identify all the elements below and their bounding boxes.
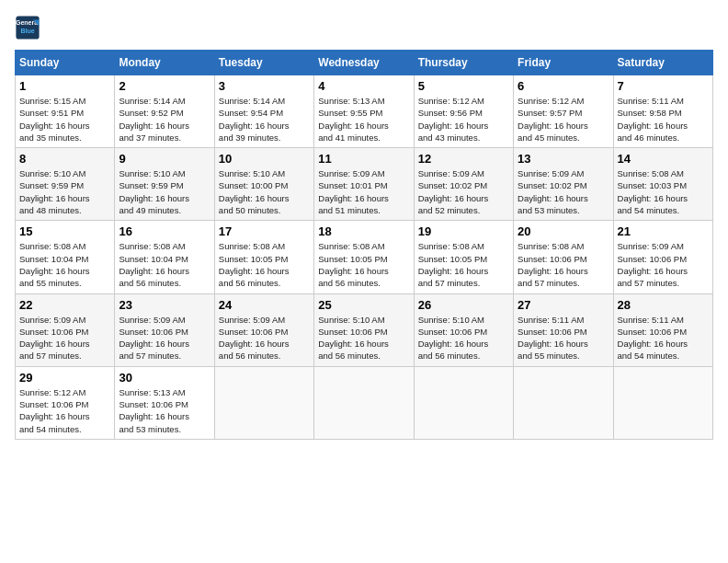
day-info: Sunrise: 5:08 AM Sunset: 10:03 PM Daylig… [618, 167, 709, 216]
calendar-cell: 3Sunrise: 5:14 AM Sunset: 9:54 PM Daylig… [214, 75, 313, 148]
day-info: Sunrise: 5:09 AM Sunset: 10:06 PM Daylig… [618, 240, 709, 289]
day-number: 24 [219, 298, 310, 312]
day-number: 8 [19, 152, 110, 166]
day-info: Sunrise: 5:12 AM Sunset: 9:57 PM Dayligh… [518, 95, 609, 144]
day-info: Sunrise: 5:08 AM Sunset: 10:05 PM Daylig… [418, 240, 509, 289]
calendar-cell: 21Sunrise: 5:09 AM Sunset: 10:06 PM Dayl… [613, 221, 712, 293]
calendar-cell: 23Sunrise: 5:09 AM Sunset: 10:06 PM Dayl… [115, 293, 214, 366]
calendar-cell: 8Sunrise: 5:10 AM Sunset: 9:59 PM Daylig… [16, 148, 115, 221]
day-info: Sunrise: 5:14 AM Sunset: 9:54 PM Dayligh… [219, 95, 310, 144]
calendar-cell: 7Sunrise: 5:11 AM Sunset: 9:58 PM Daylig… [613, 75, 712, 148]
day-info: Sunrise: 5:09 AM Sunset: 10:06 PM Daylig… [19, 314, 110, 362]
day-number: 3 [219, 79, 310, 93]
calendar-cell: 2Sunrise: 5:14 AM Sunset: 9:52 PM Daylig… [115, 75, 214, 148]
day-number: 1 [19, 79, 110, 93]
day-number: 5 [418, 79, 509, 93]
day-info: Sunrise: 5:11 AM Sunset: 10:06 PM Daylig… [618, 314, 709, 362]
day-info: Sunrise: 5:08 AM Sunset: 10:05 PM Daylig… [318, 240, 409, 289]
calendar-cell: 27Sunrise: 5:11 AM Sunset: 10:06 PM Dayl… [514, 293, 613, 366]
calendar-week-row: 22Sunrise: 5:09 AM Sunset: 10:06 PM Dayl… [16, 293, 713, 366]
day-info: Sunrise: 5:08 AM Sunset: 10:06 PM Daylig… [518, 240, 609, 289]
calendar-week-row: 15Sunrise: 5:08 AM Sunset: 10:04 PM Dayl… [16, 221, 713, 293]
logo: General Blue [15, 15, 44, 40]
day-info: Sunrise: 5:09 AM Sunset: 10:02 PM Daylig… [418, 167, 509, 216]
calendar-cell: 9Sunrise: 5:10 AM Sunset: 9:59 PM Daylig… [115, 148, 214, 221]
day-info: Sunrise: 5:13 AM Sunset: 9:55 PM Dayligh… [318, 95, 409, 144]
calendar-cell: 22Sunrise: 5:09 AM Sunset: 10:06 PM Dayl… [16, 293, 115, 366]
day-info: Sunrise: 5:09 AM Sunset: 10:02 PM Daylig… [518, 167, 609, 216]
calendar-cell [514, 366, 613, 439]
day-info: Sunrise: 5:10 AM Sunset: 10:06 PM Daylig… [318, 314, 409, 362]
col-header-saturday: Saturday [613, 51, 712, 75]
day-number: 17 [219, 224, 310, 238]
day-number: 25 [318, 298, 409, 312]
day-info: Sunrise: 5:09 AM Sunset: 10:06 PM Daylig… [119, 314, 210, 362]
calendar-cell: 25Sunrise: 5:10 AM Sunset: 10:06 PM Dayl… [314, 293, 414, 366]
day-info: Sunrise: 5:10 AM Sunset: 9:59 PM Dayligh… [119, 167, 210, 216]
calendar-cell: 10Sunrise: 5:10 AM Sunset: 10:00 PM Dayl… [214, 148, 313, 221]
day-info: Sunrise: 5:08 AM Sunset: 10:05 PM Daylig… [219, 240, 310, 289]
calendar-week-row: 1Sunrise: 5:15 AM Sunset: 9:51 PM Daylig… [16, 75, 713, 148]
day-info: Sunrise: 5:12 AM Sunset: 9:56 PM Dayligh… [418, 95, 509, 144]
day-number: 30 [119, 371, 210, 385]
svg-text:Blue: Blue [20, 28, 34, 34]
page-header: General Blue [15, 15, 713, 40]
calendar-cell: 19Sunrise: 5:08 AM Sunset: 10:05 PM Dayl… [414, 221, 513, 293]
day-info: Sunrise: 5:12 AM Sunset: 10:06 PM Daylig… [19, 386, 110, 435]
col-header-wednesday: Wednesday [314, 51, 414, 75]
calendar-cell [314, 366, 414, 439]
day-number: 14 [618, 152, 709, 166]
day-number: 2 [119, 79, 210, 93]
calendar-table: SundayMondayTuesdayWednesdayThursdayFrid… [15, 50, 713, 440]
day-number: 12 [418, 152, 509, 166]
calendar-cell [414, 366, 513, 439]
day-info: Sunrise: 5:11 AM Sunset: 10:06 PM Daylig… [518, 314, 609, 362]
calendar-cell: 29Sunrise: 5:12 AM Sunset: 10:06 PM Dayl… [16, 366, 115, 439]
calendar-cell: 1Sunrise: 5:15 AM Sunset: 9:51 PM Daylig… [16, 75, 115, 148]
col-header-tuesday: Tuesday [214, 51, 313, 75]
day-number: 7 [618, 79, 709, 93]
calendar-cell: 14Sunrise: 5:08 AM Sunset: 10:03 PM Dayl… [613, 148, 712, 221]
day-number: 16 [119, 224, 210, 238]
day-number: 29 [19, 371, 110, 385]
day-info: Sunrise: 5:08 AM Sunset: 10:04 PM Daylig… [119, 240, 210, 289]
calendar-cell: 16Sunrise: 5:08 AM Sunset: 10:04 PM Dayl… [115, 221, 214, 293]
day-info: Sunrise: 5:14 AM Sunset: 9:52 PM Dayligh… [119, 95, 210, 144]
calendar-cell: 13Sunrise: 5:09 AM Sunset: 10:02 PM Dayl… [514, 148, 613, 221]
calendar-cell: 4Sunrise: 5:13 AM Sunset: 9:55 PM Daylig… [314, 75, 414, 148]
day-info: Sunrise: 5:09 AM Sunset: 10:01 PM Daylig… [318, 167, 409, 216]
day-info: Sunrise: 5:13 AM Sunset: 10:06 PM Daylig… [119, 386, 210, 435]
calendar-week-row: 29Sunrise: 5:12 AM Sunset: 10:06 PM Dayl… [16, 366, 713, 439]
calendar-cell: 17Sunrise: 5:08 AM Sunset: 10:05 PM Dayl… [214, 221, 313, 293]
col-header-monday: Monday [115, 51, 214, 75]
calendar-cell [214, 366, 313, 439]
day-number: 21 [618, 224, 709, 238]
day-info: Sunrise: 5:10 AM Sunset: 10:00 PM Daylig… [219, 167, 310, 216]
day-number: 27 [518, 298, 609, 312]
day-number: 18 [318, 224, 409, 238]
day-info: Sunrise: 5:10 AM Sunset: 9:59 PM Dayligh… [19, 167, 110, 216]
day-info: Sunrise: 5:11 AM Sunset: 9:58 PM Dayligh… [618, 95, 709, 144]
day-info: Sunrise: 5:15 AM Sunset: 9:51 PM Dayligh… [19, 95, 110, 144]
col-header-sunday: Sunday [16, 51, 115, 75]
day-number: 4 [318, 79, 409, 93]
day-info: Sunrise: 5:09 AM Sunset: 10:06 PM Daylig… [219, 314, 310, 362]
calendar-header-row: SundayMondayTuesdayWednesdayThursdayFrid… [16, 51, 713, 75]
day-number: 19 [418, 224, 509, 238]
col-header-thursday: Thursday [414, 51, 513, 75]
day-number: 23 [119, 298, 210, 312]
day-number: 13 [518, 152, 609, 166]
col-header-friday: Friday [514, 51, 613, 75]
calendar-cell: 6Sunrise: 5:12 AM Sunset: 9:57 PM Daylig… [514, 75, 613, 148]
calendar-cell: 15Sunrise: 5:08 AM Sunset: 10:04 PM Dayl… [16, 221, 115, 293]
calendar-cell: 11Sunrise: 5:09 AM Sunset: 10:01 PM Dayl… [314, 148, 414, 221]
day-number: 15 [19, 224, 110, 238]
day-number: 6 [518, 79, 609, 93]
day-number: 9 [119, 152, 210, 166]
logo-icon: General Blue [15, 15, 40, 40]
day-number: 22 [19, 298, 110, 312]
day-number: 11 [318, 152, 409, 166]
calendar-cell [613, 366, 712, 439]
calendar-week-row: 8Sunrise: 5:10 AM Sunset: 9:59 PM Daylig… [16, 148, 713, 221]
calendar-cell: 24Sunrise: 5:09 AM Sunset: 10:06 PM Dayl… [214, 293, 313, 366]
